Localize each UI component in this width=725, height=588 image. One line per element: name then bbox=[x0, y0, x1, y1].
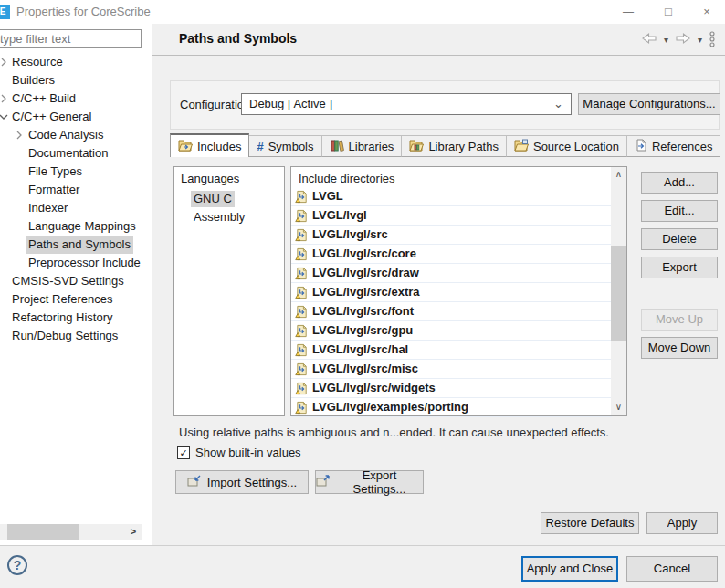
filter-input[interactable] bbox=[0, 29, 142, 48]
configuration-select[interactable]: Debug [ Active ] ⌄ bbox=[241, 93, 572, 115]
include-directory-row[interactable]: LVGL bbox=[291, 187, 612, 206]
include-path-warning-icon bbox=[295, 343, 309, 357]
sidebar-horizontal-scrollbar[interactable]: > bbox=[0, 524, 142, 540]
list-action-button[interactable]: Export bbox=[641, 257, 718, 278]
include-directory-row[interactable]: LVGL/lvgl/src/draw bbox=[291, 264, 612, 283]
tree-item[interactable]: CMSIS-SVD Settings bbox=[0, 272, 152, 290]
back-menu-caret[interactable]: ▾ bbox=[664, 35, 668, 45]
import-icon bbox=[187, 475, 202, 490]
tab-label: Includes bbox=[197, 140, 241, 153]
tree-item[interactable]: Resource bbox=[0, 53, 152, 71]
tree-item[interactable]: Project References bbox=[0, 290, 152, 309]
includes-folder-icon bbox=[178, 139, 193, 154]
library-folder-icon bbox=[409, 139, 424, 154]
back-icon[interactable] bbox=[641, 32, 657, 47]
include-directory-row[interactable]: LVGL/lvgl/src/core bbox=[291, 245, 612, 264]
tree-item[interactable]: Documentation bbox=[0, 144, 152, 163]
restore-defaults-button[interactable]: Restore Defaults bbox=[541, 512, 639, 534]
combo-chevron-icon: ⌄ bbox=[553, 94, 563, 114]
include-path-warning-icon bbox=[295, 401, 309, 415]
checkbox-label: Show built-in values bbox=[195, 446, 301, 459]
language-item-assembly[interactable]: Assembly bbox=[191, 209, 247, 226]
chevron-right-icon[interactable] bbox=[13, 129, 26, 142]
cancel-button[interactable]: Cancel bbox=[626, 556, 718, 582]
tab-library-paths[interactable]: Library Paths bbox=[401, 135, 507, 157]
tree-item[interactable]: Preprocessor Include bbox=[0, 254, 152, 272]
tree-item[interactable]: Paths and Symbols bbox=[0, 236, 152, 254]
maximize-button[interactable]: □ bbox=[650, 0, 687, 24]
apply-button[interactable]: Apply bbox=[646, 512, 718, 534]
tree-item-label: Refactoring History bbox=[9, 309, 116, 327]
list-action-button[interactable]: Edit... bbox=[641, 200, 718, 222]
tab-label: References bbox=[652, 140, 712, 153]
include-directory-row[interactable]: LVGL/lvgl bbox=[291, 206, 612, 226]
include-directory-row[interactable]: LVGL/lvgl/src/widgets bbox=[291, 379, 612, 398]
include-directory-row[interactable]: LVGL/lvgl/src/font bbox=[291, 302, 612, 321]
scrollbar-thumb[interactable] bbox=[7, 524, 79, 540]
include-directories-header: Include directories bbox=[299, 170, 395, 187]
minimize-button[interactable]: — bbox=[610, 0, 646, 24]
tab-references[interactable]: References bbox=[626, 135, 720, 157]
include-directory-label: LVGL/lvgl/src/misc bbox=[312, 360, 418, 378]
include-directory-row[interactable]: LVGL/lvgl/src/gpu bbox=[291, 321, 612, 341]
import-settings-button[interactable]: Import Settings... bbox=[175, 470, 309, 494]
tab-includes[interactable]: Includes bbox=[170, 133, 249, 157]
include-directory-label: LVGL/lvgl/src/core bbox=[312, 245, 416, 263]
close-button[interactable]: × bbox=[688, 0, 725, 24]
include-directory-row[interactable]: LVGL/lvgl/src bbox=[291, 226, 612, 245]
tree-item-label: Documentation bbox=[26, 144, 110, 163]
tree-item-label: C/C++ General bbox=[9, 108, 94, 126]
configuration-value: Debug [ Active ] bbox=[249, 97, 332, 110]
tree-item[interactable]: C/C++ General bbox=[0, 108, 152, 126]
forward-icon[interactable] bbox=[675, 32, 691, 47]
include-directory-row[interactable]: LVGL/lvgl/src/hal bbox=[291, 341, 612, 360]
forward-menu-caret[interactable]: ▾ bbox=[698, 35, 702, 45]
include-directory-row[interactable]: LVGL/lvgl/examples/porting bbox=[291, 398, 612, 417]
include-path-warning-icon bbox=[295, 286, 309, 299]
tab-symbols[interactable]: # Symbols bbox=[248, 135, 321, 157]
tree-item[interactable]: Refactoring History bbox=[0, 309, 152, 327]
include-directory-row[interactable]: LVGL/lvgl/src/misc bbox=[291, 360, 612, 379]
include-path-warning-icon bbox=[295, 324, 309, 338]
tab-libraries[interactable]: Libraries bbox=[321, 135, 403, 157]
show-builtin-values-row[interactable]: ✓ Show built-in values bbox=[177, 446, 301, 459]
include-path-warning-icon bbox=[295, 305, 309, 319]
list-action-button[interactable]: Move Down bbox=[641, 337, 718, 359]
export-settings-button[interactable]: Export Settings... bbox=[315, 470, 424, 494]
help-icon[interactable]: ? bbox=[7, 555, 27, 575]
language-item-gnu-c[interactable]: GNU C bbox=[191, 191, 235, 207]
tree-item[interactable]: Code Analysis bbox=[0, 126, 152, 144]
tree-item-label: C/C++ Build bbox=[9, 89, 79, 108]
tree-item-label: File Types bbox=[26, 163, 85, 181]
tree-item[interactable]: Formatter bbox=[0, 181, 152, 199]
include-directory-label: LVGL/lvgl/src/gpu bbox=[312, 321, 413, 340]
include-directory-row[interactable]: LVGL/lvgl/src/extra bbox=[291, 283, 612, 302]
list-action-button[interactable]: Add... bbox=[641, 172, 718, 194]
list-action-button[interactable]: Move Up bbox=[641, 309, 718, 331]
scroll-up-arrow[interactable]: ∧ bbox=[611, 167, 626, 183]
tab-source-location[interactable]: Source Location bbox=[506, 135, 627, 157]
list-action-button[interactable]: Delete bbox=[641, 228, 718, 250]
scroll-right-arrow[interactable]: > bbox=[126, 524, 141, 540]
checkbox-checked-icon[interactable]: ✓ bbox=[177, 446, 190, 459]
include-list-scrollbar[interactable]: ∧ ∨ bbox=[611, 167, 626, 415]
include-directory-label: LVGL/lvgl/examples/porting bbox=[312, 398, 468, 416]
tree-item[interactable]: Builders bbox=[0, 71, 152, 89]
tree-item[interactable]: File Types bbox=[0, 163, 152, 181]
tree-item[interactable]: C/C++ Build bbox=[0, 89, 152, 108]
tree-item[interactable]: Run/Debug Settings bbox=[0, 327, 152, 345]
include-directory-label: LVGL/lvgl/src/draw bbox=[312, 264, 419, 282]
tree-item-label: Paths and Symbols bbox=[26, 236, 133, 254]
manage-configurations-button[interactable]: Manage Configurations... bbox=[578, 93, 720, 115]
apply-and-close-button[interactable]: Apply and Close bbox=[521, 556, 618, 582]
relative-paths-warning: Using relative paths is ambiguous and n.… bbox=[179, 425, 609, 439]
tree-item-label: Run/Debug Settings bbox=[9, 327, 121, 345]
include-path-warning-icon bbox=[295, 190, 309, 204]
tree-item-label: Formatter bbox=[26, 181, 82, 199]
scroll-down-arrow[interactable]: ∨ bbox=[611, 400, 626, 415]
tree-item[interactable]: Indexer bbox=[0, 199, 152, 217]
view-menu-icon[interactable] bbox=[709, 30, 716, 48]
scrollbar-thumb[interactable] bbox=[611, 246, 626, 341]
include-directory-label: LVGL/lvgl/src bbox=[312, 226, 388, 244]
tree-item[interactable]: Language Mappings bbox=[0, 217, 152, 236]
